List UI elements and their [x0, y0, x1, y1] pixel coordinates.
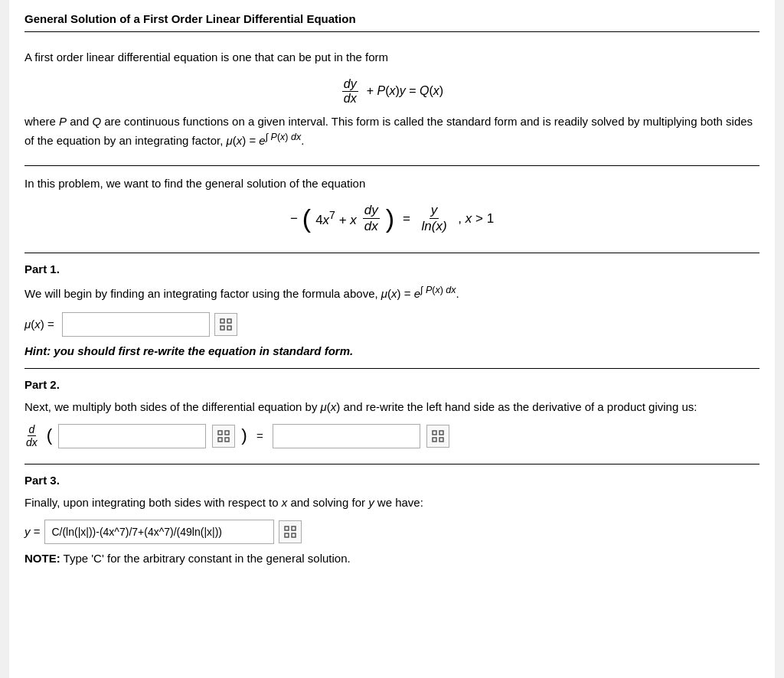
- svg-rect-4: [218, 431, 222, 435]
- d-dx-label: d dx: [24, 423, 39, 448]
- svg-rect-10: [433, 438, 436, 442]
- svg-rect-6: [218, 438, 222, 442]
- svg-rect-0: [220, 319, 224, 323]
- mu-grid-icon[interactable]: [214, 313, 237, 336]
- intro-text2: where P and Q are continuous functions o…: [24, 113, 760, 150]
- y-eq-row: y =: [24, 520, 760, 544]
- svg-rect-5: [225, 431, 229, 435]
- mu-label: μ(x) =: [24, 318, 54, 331]
- mu-input[interactable]: [62, 312, 210, 337]
- deriv-row: d dx ( ) =: [24, 423, 760, 448]
- note-text: NOTE: Type 'C' for the arbitrary constan…: [24, 550, 760, 568]
- y-grid-icon[interactable]: [279, 520, 302, 543]
- svg-rect-9: [439, 431, 443, 435]
- svg-rect-7: [225, 438, 229, 442]
- problem-formula: − ( 4x7 + x dy dx ) = y ln(x) , x > 1: [24, 203, 760, 234]
- part3-heading: Part 3.: [24, 474, 760, 487]
- svg-rect-12: [285, 526, 289, 530]
- part1-text: We will begin by finding an integrating …: [24, 283, 760, 303]
- mu-input-row: μ(x) =: [24, 312, 760, 337]
- problem-section: In this problem, we want to find the gen…: [24, 166, 760, 254]
- deriv-grid-icon2[interactable]: [426, 425, 449, 448]
- part3-text: Finally, upon integrating both sides wit…: [24, 494, 760, 512]
- intro-text1: A first order linear differential equati…: [24, 49, 760, 67]
- y-lnx-frac: y ln(x): [420, 203, 449, 234]
- page: General Solution of a First Order Linear…: [9, 0, 775, 678]
- deriv-input2[interactable]: [273, 424, 420, 448]
- svg-rect-11: [439, 438, 443, 442]
- svg-rect-14: [285, 533, 289, 537]
- part1-section: Part 1. We will begin by finding an inte…: [24, 253, 760, 369]
- part1-heading: Part 1.: [24, 262, 760, 275]
- svg-rect-3: [227, 326, 231, 330]
- deriv-grid-icon1[interactable]: [212, 425, 235, 448]
- svg-rect-15: [292, 533, 296, 537]
- svg-rect-2: [220, 326, 224, 330]
- dy-dx-frac2: dy dx: [363, 203, 380, 234]
- part2-text: Next, we multiply both sides of the diff…: [24, 399, 760, 416]
- hint-text: Hint: you should first re-write the equa…: [24, 344, 760, 357]
- dy-dx-frac: dy dx: [342, 77, 358, 106]
- svg-rect-13: [292, 526, 296, 530]
- intro-section: A first order linear differential equati…: [24, 40, 760, 166]
- page-title: General Solution of a First Order Linear…: [24, 12, 760, 32]
- main-formula: dy dx + P(x)y = Q(x): [24, 77, 760, 106]
- y-answer-input[interactable]: [44, 520, 274, 544]
- svg-rect-1: [227, 319, 231, 323]
- problem-text: In this problem, we want to find the gen…: [24, 175, 760, 193]
- svg-rect-8: [433, 431, 436, 435]
- deriv-input1[interactable]: [58, 424, 206, 448]
- part3-section: Part 3. Finally, upon integrating both s…: [24, 464, 760, 582]
- part2-section: Part 2. Next, we multiply both sides of …: [24, 369, 760, 465]
- y-label: y =: [24, 525, 40, 538]
- part2-heading: Part 2.: [24, 378, 760, 391]
